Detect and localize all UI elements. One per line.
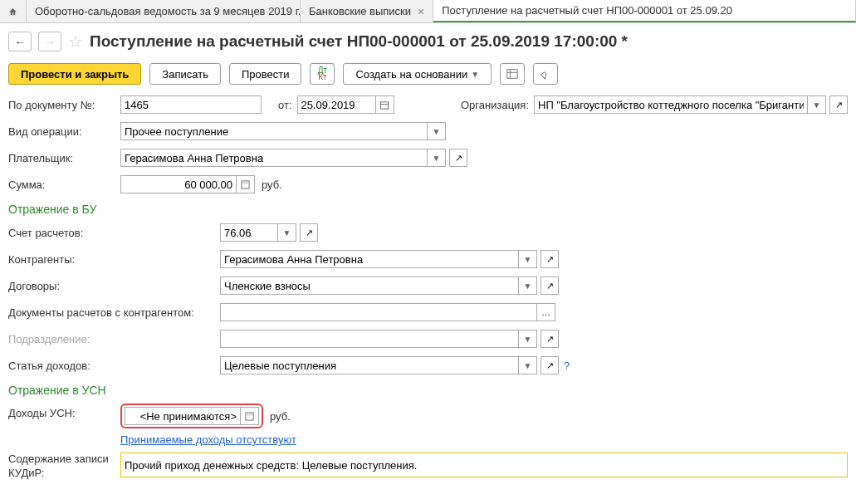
forward-button[interactable]: → xyxy=(38,32,61,51)
sum-currency: руб. xyxy=(262,179,282,191)
contract-input[interactable] xyxy=(220,276,519,295)
income-dropdown[interactable]: ▼ xyxy=(519,356,537,374)
tab-bar: Оборотно-сальдовая ведомость за 9 месяце… xyxy=(0,0,856,23)
contr-row: Контрагенты: ▼ ↗ xyxy=(8,249,848,269)
svg-rect-6 xyxy=(242,181,248,183)
tab-1[interactable]: Оборотно-сальдовая ведомость за 9 месяце… xyxy=(27,0,301,22)
sum-row: Сумма: руб. xyxy=(8,174,848,194)
usn-label: Доходы УСН: xyxy=(8,404,120,419)
payer-label: Плательщик: xyxy=(8,152,120,164)
income-open[interactable]: ↗ xyxy=(541,356,559,374)
usn-header: Отражение в УСН xyxy=(8,384,848,397)
desc-label: Содержание записи КУДиР: xyxy=(8,453,120,481)
close-icon[interactable]: × xyxy=(418,5,424,18)
doc-row: По документу №: от: Организация: ▼ ↗ xyxy=(8,95,848,115)
chevron-down-icon: ▼ xyxy=(433,127,441,136)
home-icon xyxy=(8,6,17,17)
docs-select[interactable]: … xyxy=(537,303,555,321)
org-dropdown[interactable]: ▼ xyxy=(808,95,826,114)
help-icon[interactable]: ? xyxy=(564,360,570,372)
tab-home[interactable] xyxy=(0,0,27,22)
contract-label: Договоры: xyxy=(8,280,220,292)
contr-open[interactable]: ↗ xyxy=(541,250,559,268)
chevron-down-icon: ▼ xyxy=(433,154,441,163)
contract-dropdown[interactable]: ▼ xyxy=(519,276,537,295)
chevron-down-icon: ▼ xyxy=(524,335,532,344)
dtkt-button[interactable]: ДтКт xyxy=(310,63,335,85)
chevron-down-icon: ▼ xyxy=(524,255,532,264)
operation-row: Вид операции: ▼ xyxy=(8,121,848,141)
form: По документу №: от: Организация: ▼ ↗ Вид… xyxy=(0,95,856,481)
chevron-down-icon: ▼ xyxy=(283,228,291,237)
dept-dropdown[interactable]: ▼ xyxy=(519,330,537,348)
chevron-down-icon: ▼ xyxy=(813,100,821,110)
contr-input[interactable] xyxy=(220,250,519,268)
doc-num-label: По документу №: xyxy=(8,99,120,111)
docs-label: Документы расчетов с контрагентом: xyxy=(8,306,220,319)
dtkt-icon: ДтКт xyxy=(318,67,327,81)
register-button[interactable] xyxy=(500,63,525,85)
svg-rect-3 xyxy=(380,101,388,108)
star-icon[interactable]: ☆ xyxy=(68,32,83,51)
org-input[interactable] xyxy=(534,95,808,114)
usn-input[interactable] xyxy=(125,407,241,425)
income-input[interactable] xyxy=(220,356,519,374)
dept-open[interactable]: ↗ xyxy=(541,330,559,348)
doc-num-input[interactable] xyxy=(120,95,262,114)
post-close-button[interactable]: Провести и закрыть xyxy=(8,63,141,85)
create-based-label: Создать на основании xyxy=(355,68,467,81)
payer-row: Плательщик: ▼ ↗ xyxy=(8,148,848,168)
svg-rect-8 xyxy=(247,413,252,415)
account-open[interactable]: ↗ xyxy=(300,223,318,242)
contr-label: Контрагенты: xyxy=(8,253,220,266)
operation-dropdown[interactable]: ▼ xyxy=(428,122,446,140)
register-icon xyxy=(506,68,518,80)
chevron-down-icon: ▼ xyxy=(524,281,532,291)
calendar-icon xyxy=(379,100,389,110)
dept-input[interactable] xyxy=(220,330,519,348)
payer-input[interactable] xyxy=(120,149,428,167)
calculator-icon xyxy=(245,412,254,421)
contract-row: Договоры: ▼ ↗ xyxy=(8,276,848,296)
save-button[interactable]: Записать xyxy=(149,63,221,85)
payer-dropdown[interactable]: ▼ xyxy=(428,149,446,167)
sum-calc[interactable] xyxy=(237,175,255,193)
usn-row: Доходы УСН: руб. Принимаемые доходы отсу… xyxy=(8,404,848,446)
tab-3[interactable]: Поступление на расчетный счет НП00-00000… xyxy=(433,0,856,22)
docs-input[interactable] xyxy=(220,303,537,321)
tab-label: Оборотно-сальдовая ведомость за 9 месяце… xyxy=(35,5,301,17)
account-label: Счет расчетов: xyxy=(8,227,220,239)
chevron-down-icon: ▼ xyxy=(471,70,479,79)
post-button[interactable]: Провести xyxy=(229,63,302,85)
bu-header: Отражение в БУ xyxy=(8,203,848,216)
tab-label: Поступление на расчетный счет НП00-00000… xyxy=(442,4,732,17)
sum-input[interactable] xyxy=(120,175,237,193)
org-label: Организация: xyxy=(461,99,529,111)
org-open[interactable]: ↗ xyxy=(829,95,848,114)
operation-label: Вид операции: xyxy=(8,125,120,138)
usn-calc[interactable] xyxy=(241,407,259,425)
usn-link[interactable]: Принимаемые доходы отсутствуют xyxy=(120,433,296,446)
sum-label: Сумма: xyxy=(8,179,120,191)
payer-open[interactable]: ↗ xyxy=(449,149,467,167)
doc-date-input[interactable] xyxy=(297,95,376,114)
chevron-down-icon: ▼ xyxy=(524,361,532,370)
create-based-button[interactable]: Создать на основании ▼ xyxy=(343,63,492,85)
desc-row: Содержание записи КУДиР: xyxy=(8,453,848,481)
tab-label: Банковские выписки xyxy=(309,5,411,17)
attach-button[interactable]: ⏢ xyxy=(533,63,558,85)
tab-2[interactable]: Банковские выписки × xyxy=(301,0,433,22)
contr-dropdown[interactable]: ▼ xyxy=(519,250,537,268)
account-dropdown[interactable]: ▼ xyxy=(278,223,296,242)
desc-input[interactable] xyxy=(120,453,848,477)
account-input[interactable] xyxy=(220,223,278,242)
back-button[interactable]: ← xyxy=(8,32,32,51)
paperclip-icon: ⏢ xyxy=(539,67,552,81)
contract-open[interactable]: ↗ xyxy=(541,276,559,295)
usn-currency: руб. xyxy=(270,410,291,423)
operation-input[interactable] xyxy=(120,122,428,140)
account-row: Счет расчетов: ▼ ↗ xyxy=(8,223,848,242)
docs-row: Документы расчетов с контрагентом: … xyxy=(8,302,848,322)
income-row: Статья доходов: ▼ ↗ ? xyxy=(8,355,848,375)
calendar-button[interactable] xyxy=(376,95,394,114)
